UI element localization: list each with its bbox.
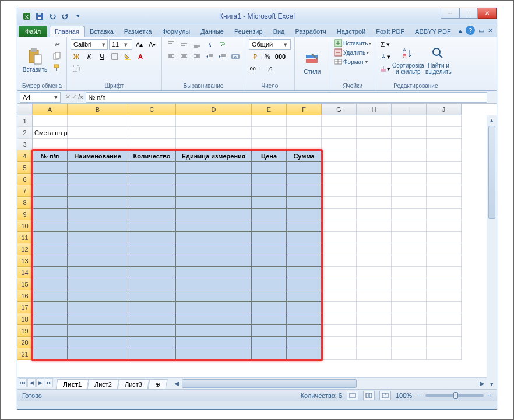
cell-E19[interactable] [252,325,287,337]
bold-icon[interactable]: Ж [71,51,82,62]
column-header-G[interactable]: G [322,104,357,115]
cell-D8[interactable] [176,197,252,209]
cell-C13[interactable] [128,255,176,267]
increase-font-icon[interactable]: A▴ [133,39,145,50]
cell-D7[interactable] [176,185,252,197]
row-header-12[interactable]: 12 [17,243,33,255]
cell-C7[interactable] [128,185,176,197]
clear-icon[interactable]: ▾ [379,63,392,74]
sheet-tab-1[interactable]: Лист1 [56,379,89,389]
cell-D21[interactable] [176,348,252,360]
cell-D4[interactable]: Единица измерения [176,150,252,162]
align-top-icon[interactable] [166,39,177,50]
currency-icon[interactable]: ₽ [249,51,260,62]
formula-input[interactable]: № п/п [86,92,487,103]
cell-B4[interactable]: Наименование [68,150,128,162]
sort-filter-button[interactable]: АЯ Сортировка и фильтр [394,39,422,82]
fill-icon[interactable]: ▾ [379,51,392,62]
fill-color-icon[interactable] [122,51,133,62]
cell-C19[interactable] [128,325,176,337]
cell-A4[interactable]: № п/п [33,150,68,162]
cell-D14[interactable] [176,267,252,278]
cell-D2[interactable] [176,127,252,139]
tab-abbyy[interactable]: ABBYY PDF [410,26,456,37]
cell-C3[interactable] [128,139,176,150]
cut-icon[interactable]: ✂ [51,39,63,50]
cell-D5[interactable] [176,162,252,174]
cell-G20[interactable] [322,337,357,348]
help-icon[interactable]: ? [466,26,475,35]
maximize-button[interactable]: □ [459,8,478,19]
format-painter-icon[interactable] [51,62,63,73]
view-normal-icon[interactable] [347,391,358,400]
increase-decimal-icon[interactable]: ,00→ [249,63,260,74]
cell-F1[interactable] [287,115,322,127]
enter-formula-icon[interactable]: ✓ [72,93,77,101]
cell-C17[interactable] [128,302,176,313]
hscroll-thumb[interactable] [182,379,357,388]
cell-J2[interactable] [427,127,462,139]
copy-icon[interactable] [51,51,63,61]
cell-G18[interactable] [322,313,357,325]
cell-B20[interactable] [68,337,128,348]
cell-H21[interactable] [357,348,392,360]
view-layout-icon[interactable] [363,391,375,400]
cell-F16[interactable] [287,290,322,302]
cell-C2[interactable] [128,127,176,139]
cell-E3[interactable] [252,139,287,150]
column-header-E[interactable]: E [252,104,287,115]
cell-D9[interactable] [176,209,252,220]
column-header-J[interactable]: J [427,104,462,115]
excel-icon[interactable]: X [21,10,33,22]
cell-H8[interactable] [357,197,392,209]
save-icon[interactable] [34,10,45,22]
column-header-C[interactable]: C [128,104,176,115]
cell-F5[interactable] [287,162,322,174]
merge-center-icon[interactable]: a [230,51,241,62]
cell-G16[interactable] [322,290,357,302]
cell-C5[interactable] [128,162,176,174]
cell-H12[interactable] [357,243,392,255]
border-menu-icon[interactable] [71,63,82,74]
cell-D10[interactable] [176,220,252,232]
cell-C11[interactable] [128,232,176,243]
name-box[interactable]: A4▾ [20,92,61,103]
cell-E5[interactable] [252,162,287,174]
cell-G17[interactable] [322,302,357,313]
row-header-21[interactable]: 21 [17,348,33,360]
cell-D11[interactable] [176,232,252,243]
decrease-decimal-icon[interactable]: →,0 [262,63,273,74]
row-header-3[interactable]: 3 [17,139,33,150]
cell-I9[interactable] [392,209,427,220]
cell-C18[interactable] [128,313,176,325]
cell-H14[interactable] [357,267,392,278]
number-format-combo[interactable]: ▾ [249,39,291,50]
cell-E10[interactable] [252,220,287,232]
cell-A15[interactable] [33,278,68,290]
row-header-8[interactable]: 8 [17,197,33,209]
cell-D13[interactable] [176,255,252,267]
cell-G3[interactable] [322,139,357,150]
cell-H15[interactable] [357,278,392,290]
cell-F7[interactable] [287,185,322,197]
new-sheet-icon[interactable]: ⊕ [148,379,168,390]
format-cells-button[interactable]: Формат▾ [334,58,371,66]
cell-F3[interactable] [287,139,322,150]
cell-D6[interactable] [176,174,252,185]
cell-J3[interactable] [427,139,462,150]
cell-I11[interactable] [392,232,427,243]
cell-E6[interactable] [252,174,287,185]
cell-C8[interactable] [128,197,176,209]
cell-J17[interactable] [427,302,462,313]
cell-E8[interactable] [252,197,287,209]
redo-icon[interactable] [59,10,71,22]
cell-H2[interactable] [357,127,392,139]
cell-A21[interactable] [33,348,68,360]
zoom-knob[interactable] [453,392,458,399]
window-restore-icon[interactable]: ▭ [478,27,484,34]
cell-E7[interactable] [252,185,287,197]
cell-A5[interactable] [33,162,68,174]
fx-icon[interactable]: fx [78,93,83,101]
tab-file[interactable]: Файл [19,26,47,37]
cell-J11[interactable] [427,232,462,243]
